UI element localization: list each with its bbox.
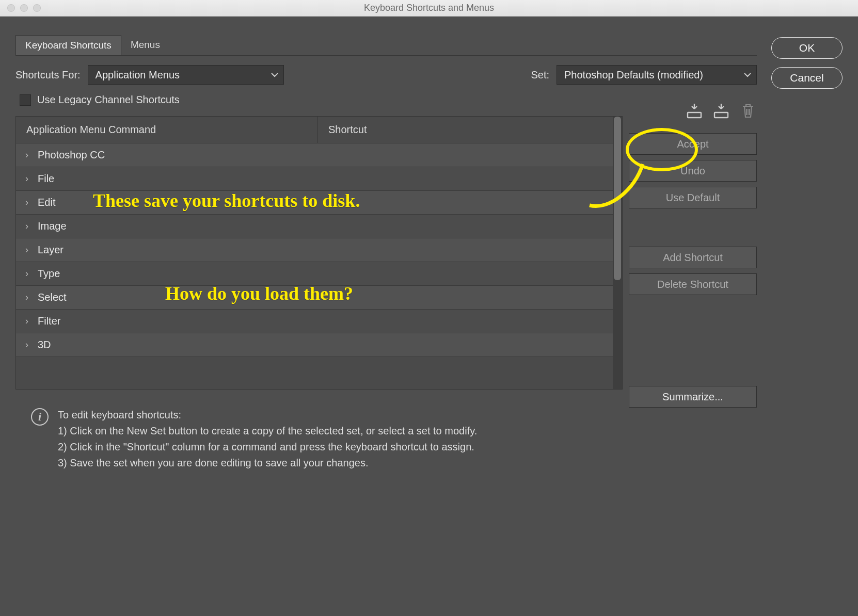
- titlebar: Keyboard Shortcuts and Menus: [0, 0, 858, 17]
- chevron-down-icon: [744, 72, 751, 77]
- disclosure-icon: ›: [25, 173, 33, 184]
- svg-rect-0: [688, 112, 701, 118]
- dialog-body: Keyboard Shortcuts Menus Shortcuts For: …: [0, 17, 858, 616]
- add-shortcut-button[interactable]: Add Shortcut: [629, 247, 757, 268]
- table-row[interactable]: ›Select: [16, 286, 613, 310]
- table-row[interactable]: ›Photoshop CC: [16, 143, 613, 167]
- shortcuts-for-label: Shortcuts For:: [15, 69, 81, 81]
- disclosure-icon: ›: [25, 197, 33, 208]
- dialog-buttons: OK Cancel: [771, 35, 843, 601]
- instructions-head: To edit keyboard shortcuts:: [58, 407, 477, 423]
- table-row[interactable]: ›Filter: [16, 310, 613, 333]
- table-row[interactable]: ›Type: [16, 262, 613, 286]
- disclosure-icon: ›: [25, 245, 33, 255]
- window-title: Keyboard Shortcuts and Menus: [0, 3, 858, 13]
- delete-set-icon[interactable]: [739, 102, 757, 120]
- table-row[interactable]: ›Image: [16, 215, 613, 238]
- shortcuts-table: Application Menu Command Shortcut ›Photo…: [15, 116, 623, 390]
- save-set-copy-icon[interactable]: [712, 102, 730, 120]
- summarize-button[interactable]: Summarize...: [629, 386, 757, 408]
- side-buttons: Accept Undo Use Default Add Shortcut Del…: [629, 133, 757, 295]
- delete-shortcut-button[interactable]: Delete Shortcut: [629, 273, 757, 295]
- disclosure-icon: ›: [25, 292, 33, 303]
- instructions-line: 2) Click in the "Shortcut" column for a …: [58, 439, 477, 455]
- minimize-window-icon[interactable]: [20, 4, 28, 12]
- set-label: Set:: [531, 69, 549, 81]
- legacy-row: Use Legacy Channel Shortcuts: [15, 91, 757, 116]
- table-body: ›Photoshop CC ›File ›Edit ›Image ›Layer …: [16, 143, 613, 357]
- info-icon: i: [31, 408, 49, 426]
- instructions-line: 1) Click on the New Set button to create…: [58, 423, 477, 439]
- chevron-down-icon: [271, 72, 278, 77]
- col-command: Application Menu Command: [16, 117, 318, 143]
- table-row[interactable]: ›Edit: [16, 191, 613, 215]
- scrollbar-thumb[interactable]: [614, 117, 621, 280]
- disclosure-icon: ›: [25, 316, 33, 327]
- table-row[interactable]: ›File: [16, 167, 613, 191]
- main-panel: Keyboard Shortcuts Menus Shortcuts For: …: [15, 35, 757, 601]
- set-select[interactable]: Photoshop Defaults (modified): [557, 65, 757, 85]
- disclosure-icon: ›: [25, 221, 33, 232]
- set-icons: [686, 102, 757, 120]
- undo-button[interactable]: Undo: [629, 160, 757, 182]
- svg-rect-1: [714, 112, 728, 118]
- disclosure-icon: ›: [25, 339, 33, 350]
- shortcuts-for-select[interactable]: Application Menus: [88, 65, 284, 85]
- zoom-window-icon[interactable]: [33, 4, 41, 12]
- table-header: Application Menu Command Shortcut: [16, 117, 613, 143]
- use-default-button[interactable]: Use Default: [629, 187, 757, 208]
- tab-bar: Keyboard Shortcuts Menus: [15, 35, 757, 56]
- shortcuts-for-value: Application Menus: [96, 69, 180, 81]
- accept-button[interactable]: Accept: [629, 133, 757, 155]
- close-window-icon[interactable]: [7, 4, 15, 12]
- cancel-button[interactable]: Cancel: [771, 67, 843, 89]
- tab-keyboard-shortcuts[interactable]: Keyboard Shortcuts: [15, 35, 121, 55]
- set-value: Photoshop Defaults (modified): [564, 69, 703, 81]
- disclosure-icon: ›: [25, 268, 33, 279]
- ok-button[interactable]: OK: [771, 37, 843, 59]
- legacy-label: Use Legacy Channel Shortcuts: [37, 94, 180, 106]
- traffic-lights: [0, 4, 41, 12]
- top-controls-row: Shortcuts For: Application Menus Set: Ph…: [15, 56, 757, 91]
- col-shortcut: Shortcut: [318, 117, 377, 143]
- save-set-icon[interactable]: [686, 102, 703, 120]
- tab-menus[interactable]: Menus: [121, 35, 169, 55]
- disclosure-icon: ›: [25, 150, 33, 160]
- scrollbar[interactable]: [613, 117, 622, 389]
- table-row[interactable]: ›3D: [16, 333, 613, 357]
- dialog-window: Keyboard Shortcuts and Menus Keyboard Sh…: [0, 0, 858, 616]
- table-row[interactable]: ›Layer: [16, 238, 613, 262]
- instructions-line: 3) Save the set when you are done editin…: [58, 455, 477, 471]
- legacy-checkbox[interactable]: [20, 94, 31, 106]
